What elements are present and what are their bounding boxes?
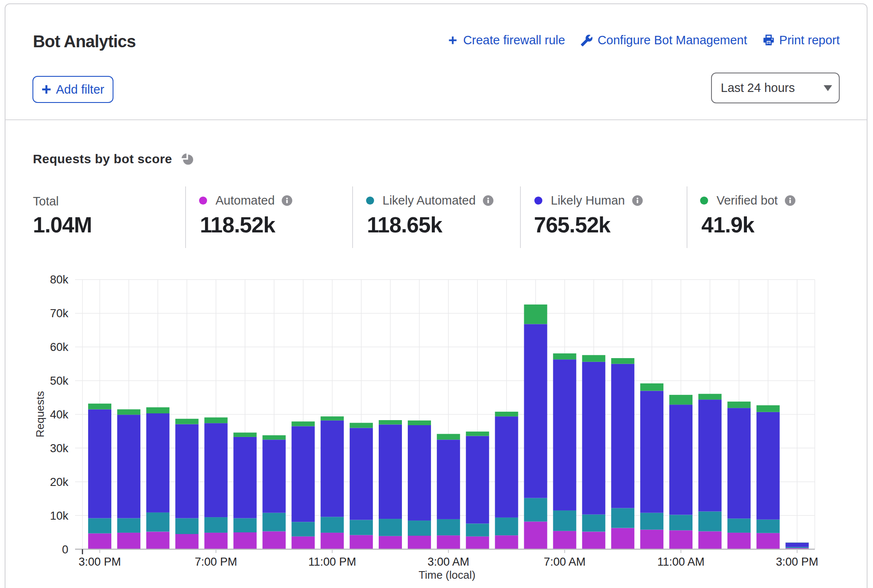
svg-text:3:00 PM: 3:00 PM	[776, 556, 819, 568]
svg-text:50k: 50k	[50, 375, 68, 387]
svg-text:30k: 30k	[50, 442, 68, 455]
svg-text:11:00 PM: 11:00 PM	[308, 556, 356, 568]
svg-text:7:00 AM: 7:00 AM	[544, 556, 585, 568]
svg-text:20k: 20k	[50, 476, 68, 488]
svg-text:60k: 60k	[50, 341, 68, 353]
svg-text:10k: 10k	[50, 510, 68, 522]
svg-text:3:00 PM: 3:00 PM	[78, 556, 121, 568]
svg-text:80k: 80k	[50, 273, 68, 286]
svg-text:40k: 40k	[50, 408, 68, 421]
svg-text:11:00 AM: 11:00 AM	[657, 556, 704, 568]
svg-text:70k: 70k	[50, 307, 68, 320]
svg-text:3:00 AM: 3:00 AM	[428, 556, 469, 568]
svg-text:Requests: Requests	[34, 391, 46, 437]
svg-text:Time (local): Time (local)	[419, 569, 476, 581]
svg-text:0: 0	[62, 543, 68, 556]
svg-text:7:00 PM: 7:00 PM	[195, 556, 237, 568]
